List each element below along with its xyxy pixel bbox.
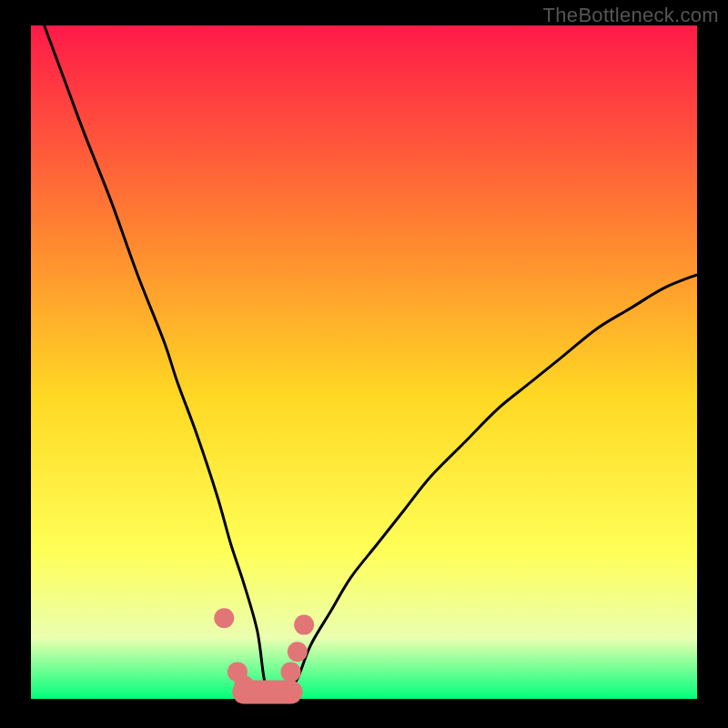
marker-dot [214,608,234,628]
watermark-text: TheBottleneck.com [543,4,719,27]
marker-dot [261,682,281,703]
plot-background [31,25,697,699]
bottleneck-chart [0,0,728,728]
chart-frame: TheBottleneck.com [0,0,728,728]
marker-dot [288,642,308,662]
marker-dot [294,615,314,635]
marker-dot [280,662,300,682]
marker-dot [234,675,254,695]
